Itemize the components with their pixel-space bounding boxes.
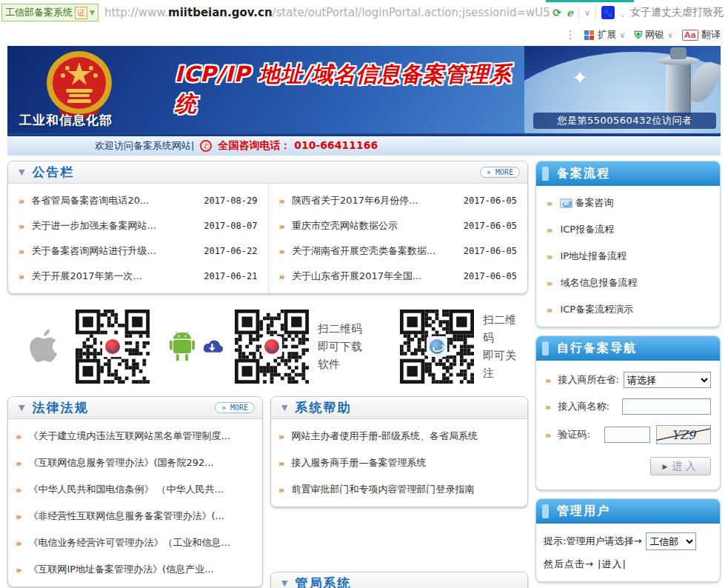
law-link[interactable]: 《互联网信息服务管理办法》(国务院292...: [28, 456, 213, 470]
announcement-link[interactable]: 关于山东省开展2017年全国...: [292, 270, 421, 283]
site-security-button[interactable]: 工信部备案系统 证: [1, 4, 98, 21]
chevron-down-icon[interactable]: [90, 9, 95, 16]
enter-arrow-icon: [663, 463, 668, 470]
announcement-item[interactable]: 重庆市空壳网站数据公示 2017-06-05: [269, 213, 528, 238]
law-item[interactable]: 《互联网IP地址备案管理办法》(信息产业...: [8, 556, 262, 583]
page-title: ICP/IP 地址/域名信息备案管理系统: [170, 46, 524, 133]
bullet-icon: [16, 484, 21, 495]
url-prefix: http://www.: [104, 6, 168, 19]
help-item[interactable]: 接入服务商手册—备案管理系统: [271, 450, 527, 476]
law-link[interactable]: 《非经营性互联网信息服务备案管理办法》(...: [28, 510, 224, 523]
translate-menu[interactable]: Aa 翻译: [682, 28, 721, 41]
process-panel: 备案流程 备案咨询 ICP报备流程 IP地址报备流程: [535, 161, 721, 327]
law-item[interactable]: 《互联网信息服务管理办法》(国务院292...: [8, 450, 262, 476]
law-item[interactable]: 《中华人民共和国电信条例》 （中华人民共...: [8, 476, 262, 503]
triangle-down-icon: [19, 167, 24, 177]
enter-button[interactable]: 进入: [650, 457, 711, 475]
help-link[interactable]: 前置审批部门和专项内容管理部门登录指南: [291, 483, 474, 496]
qr-download-caption: 扫二维码 即可下载软件: [318, 320, 370, 373]
header-accent-bar: [542, 167, 549, 181]
hotline-text: 全国咨询电话： 010-66411166: [218, 139, 378, 153]
law-link[interactable]: 《互联网IP地址备案管理办法》(信息产业...: [28, 563, 213, 576]
announcement-item[interactable]: 各省管局备案咨询电话20... 2017-08-29: [8, 188, 268, 213]
announcement-link[interactable]: 关于备案咨询网站进行升级...: [31, 244, 156, 258]
province-select[interactable]: 请选择: [624, 372, 711, 388]
national-emblem-logo: [43, 50, 116, 118]
bullet-icon: [16, 458, 21, 469]
wechat-account-logo-icon: [427, 336, 447, 357]
bullet-icon: [547, 304, 552, 315]
extensions-menu[interactable]: 扩展: [584, 28, 625, 41]
beian-logo-icon: [261, 336, 282, 357]
address-bar[interactable]: http://www.miitbeian.gov.cn/state/outPor…: [104, 6, 550, 19]
process-link[interactable]: ICP报备流程: [560, 223, 614, 236]
law-link[interactable]: 《电信业务经营许可管理办法》（工业和信息...: [28, 536, 230, 549]
bullet-icon: [278, 484, 284, 495]
cloud-download-icon: [201, 336, 224, 357]
captcha-image[interactable]: YZ9: [656, 425, 711, 444]
isp-name-input[interactable]: [622, 398, 711, 415]
process-item[interactable]: ICP报备流程: [536, 216, 720, 243]
law-item[interactable]: 《电信业务经营许可管理办法》（工业和信息...: [8, 529, 262, 556]
help-link[interactable]: 网站主办者使用手册-部级系统、各省局系统: [291, 430, 478, 443]
announcement-item[interactable]: 关于备案咨询网站进行升级... 2017-06-22: [8, 238, 268, 264]
android-logo-icon: [169, 327, 196, 367]
apple-logo-icon: [27, 324, 59, 370]
consult-badge-icon: [560, 198, 572, 208]
announcement-link[interactable]: 关于进一步加强未备案网站...: [31, 219, 156, 233]
laws-title: 法律法规: [32, 399, 88, 416]
selfnav-panel: 自行备案导航 接入商所在省: 请选择 接入商名称:: [535, 335, 721, 490]
bullet-icon: [545, 401, 551, 412]
law-link[interactable]: 《中华人民共和国电信条例》 （中华人民共...: [28, 483, 224, 496]
header-accent-bar: [542, 504, 549, 518]
ie-compat-icon[interactable]: [567, 7, 573, 19]
chevron-down-icon[interactable]: [584, 8, 590, 18]
triangle-down-icon: [19, 403, 24, 412]
law-link[interactable]: 《关于建立境内违法互联网站黑名单管理制度...: [28, 430, 230, 443]
search-engine-icon[interactable]: [601, 6, 615, 19]
announcement-item[interactable]: 陕西省关于2017年6月份停... 2017-06-05: [269, 188, 528, 213]
help-item[interactable]: 前置审批部门和专项内容管理部门登录指南: [271, 476, 527, 503]
process-link[interactable]: 备案咨询: [575, 196, 613, 210]
announcement-item[interactable]: 关于山东省开展2017年全国... 2017-06-05: [269, 264, 528, 289]
announcement-item[interactable]: 关于开展2017年第一次... 2017-06-21: [8, 264, 268, 289]
announcement-link[interactable]: 重庆市空壳网站数据公示: [292, 219, 398, 233]
captcha-input[interactable]: [604, 427, 650, 443]
refresh-icon[interactable]: [552, 7, 561, 19]
ministry-name: 工业和信息化部: [19, 112, 113, 129]
process-item[interactable]: 域名信息报备流程: [536, 270, 720, 296]
process-link[interactable]: 域名信息报备流程: [560, 276, 637, 290]
law-item[interactable]: 《非经营性互联网信息服务备案管理办法》(...: [8, 503, 262, 529]
chevron-down-icon: [619, 30, 625, 40]
announcement-date: 2017-06-21: [204, 271, 257, 281]
divider: [578, 6, 579, 19]
bullet-icon: [279, 196, 285, 207]
process-link[interactable]: IP地址报备流程: [560, 250, 627, 263]
announcement-link[interactable]: 陕西省关于2017年6月份停...: [292, 194, 418, 207]
announcement-item[interactable]: 关于湖南省开展空壳类备案数据... 2017-06-05: [269, 238, 528, 264]
admin-panel: 管理用户 提示:管理用户请选择→ 工信部 然后点击→ |进入|: [535, 498, 721, 582]
province-label: 接入商所在省:: [558, 373, 618, 387]
help-link[interactable]: 接入服务商手册—备案管理系统: [291, 456, 426, 470]
banking-menu[interactable]: 网银: [635, 28, 674, 41]
announcement-link[interactable]: 关于湖南省开展空壳类备案数据...: [292, 244, 435, 258]
announcement-link[interactable]: 各省管局备案咨询电话20...: [31, 194, 149, 207]
announcement-item[interactable]: 关于进一步加强未备案网站... 2017-08-07: [8, 213, 268, 238]
process-item[interactable]: IP地址报备流程: [536, 243, 720, 270]
process-link[interactable]: ICP备案流程演示: [560, 303, 633, 316]
law-item[interactable]: 《关于建立境内违法互联网站黑名单管理制度...: [8, 423, 262, 450]
admin-user-select[interactable]: 工信部: [646, 532, 696, 550]
qr-follow-caption: 扫二维码 即可关注: [483, 311, 518, 382]
announcements-more-button[interactable]: » MORE: [480, 167, 520, 178]
admin-enter-hint[interactable]: 然后点击→ |进入|: [544, 558, 712, 571]
announcement-link[interactable]: 关于开展2017年第一次...: [31, 270, 141, 283]
announcement-date: 2017-06-22: [204, 246, 257, 256]
active-tab-indicator: [546, 0, 634, 2]
help-item[interactable]: 网站主办者使用手册-部级系统、各省局系统: [271, 423, 527, 450]
process-item[interactable]: 备案咨询: [536, 190, 720, 216]
search-suggestion[interactable]: 、女子遭丈夫虐打致死: [620, 6, 724, 19]
overflow-menu-icon[interactable]: [564, 28, 575, 41]
laws-more-button[interactable]: » MORE: [215, 402, 255, 413]
process-item[interactable]: ICP备案流程演示: [536, 296, 720, 323]
help-title: 系统帮助: [295, 399, 351, 416]
